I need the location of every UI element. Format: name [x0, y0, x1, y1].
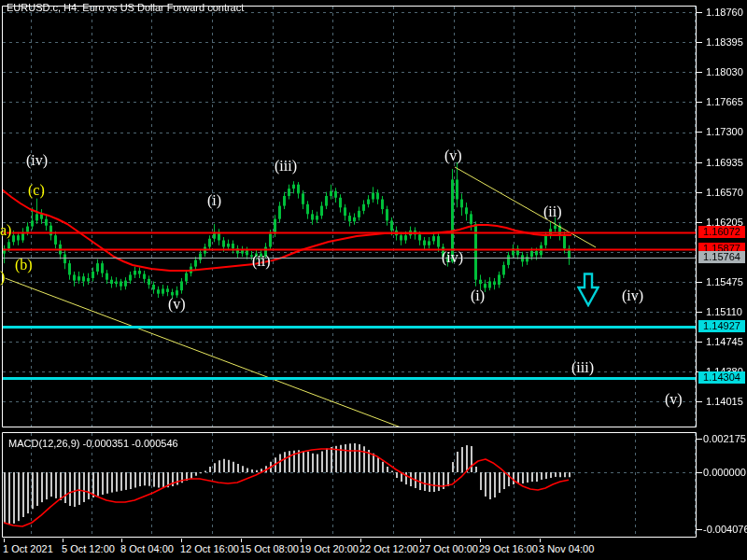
time-tick-label: 22 Oct 12:00: [359, 543, 418, 554]
time-tick-label: 3 Nov 04:00: [539, 543, 594, 554]
price-axis-tick: [697, 222, 702, 223]
price-axis-tick: [697, 132, 702, 133]
price-level-badge[interactable]: 1.14304: [698, 371, 745, 384]
time-axis-tick: [241, 539, 242, 542]
price-level-badge[interactable]: 1.14927: [698, 320, 745, 332]
wave-label[interactable]: (iv): [26, 153, 48, 168]
macd-axis-tick: [697, 439, 702, 440]
time-tick-label: 5 Oct 12:00: [62, 543, 115, 554]
time-axis-tick: [540, 539, 541, 542]
time-tick-label: 15 Oct 08:00: [240, 543, 299, 554]
price-axis-tick: [697, 312, 702, 313]
price-axis-tick: [697, 42, 702, 43]
time-axis-tick: [4, 539, 5, 542]
wave-label[interactable]: (iii): [571, 360, 594, 375]
price-tick-label: 1.15110: [706, 306, 742, 317]
time-axis-tick: [63, 539, 63, 542]
price-axis-tick: [697, 282, 702, 283]
macd-tick-label: -0.004076: [703, 524, 747, 535]
time-axis-tick: [420, 539, 421, 542]
chart-title: EURUSD.c, H4: Euro vs US Dollar Forward …: [7, 2, 244, 13]
price-axis-tick: [697, 102, 702, 103]
macd-axis-tick: [697, 529, 702, 530]
price-tick-label: 1.18760: [706, 7, 743, 18]
wave-label[interactable]: (v): [665, 392, 683, 407]
wave-label[interactable]: (b): [15, 258, 33, 273]
price-tick-label: 1.16570: [706, 187, 743, 198]
price-tick-label: 1.14745: [706, 336, 743, 347]
wave-label[interactable]: (iv): [442, 250, 463, 265]
time-axis-tick: [181, 539, 182, 542]
wave-label[interactable]: (i): [471, 288, 485, 303]
price-axis-tick: [697, 342, 702, 343]
time-axis-tick: [360, 539, 361, 542]
mt4-chart-window: EURUSD.c, H4: Euro vs US Dollar Forward …: [0, 0, 747, 560]
time-tick-label: 12 Oct 16:00: [180, 543, 239, 554]
wave-label[interactable]: (v): [444, 148, 462, 163]
wave-label[interactable]: (c): [28, 183, 45, 198]
time-tick-label: 27 Oct 00:00: [419, 543, 478, 554]
price-axis-tick: [697, 162, 702, 163]
wave-label[interactable]: (v): [168, 297, 186, 312]
time-tick-label: 29 Oct 16:00: [479, 543, 538, 554]
macd-tick-label: 0.000000: [703, 467, 746, 478]
time-axis-tick: [301, 539, 302, 542]
time-tick-label: 19 Oct 20:00: [300, 543, 359, 554]
price-level-badge[interactable]: 1.15764: [698, 251, 745, 263]
wave-label[interactable]: (i): [207, 193, 221, 208]
wave-label[interactable]: (ii): [252, 254, 271, 269]
wave-label[interactable]: (iii): [275, 159, 297, 174]
price-tick-label: 1.18395: [706, 36, 743, 48]
price-axis-tick: [697, 401, 702, 402]
macd-axis-tick: [697, 472, 702, 473]
wave-label[interactable]: (ii): [543, 204, 562, 219]
price-tick-label: 1.17665: [706, 96, 743, 107]
time-tick-label: 1 Oct 2021: [3, 543, 53, 554]
time-tick-label: 8 Oct 04:00: [120, 543, 174, 554]
price-axis-tick: [697, 12, 702, 13]
price-tick-label: 1.18030: [706, 66, 743, 77]
wave-label[interactable]: (iv): [622, 288, 643, 303]
macd-indicator-label: MACD(12,26,9) -0.000351 -0.000546: [8, 438, 178, 449]
macd-tick-label: 0.002175: [703, 433, 746, 444]
price-tick-label: 1.14015: [706, 396, 743, 407]
sell-signal-arrow-icon[interactable]: [577, 273, 599, 307]
price-tick-label: 1.16935: [706, 157, 743, 168]
price-level-badge[interactable]: 1.16072: [698, 226, 745, 238]
price-axis-tick: [697, 192, 702, 193]
price-tick-label: 1.15475: [706, 276, 743, 287]
wave-label[interactable]: a): [0, 223, 11, 238]
time-axis-tick: [480, 539, 481, 542]
price-axis-tick: [697, 72, 702, 73]
time-axis-tick: [121, 539, 122, 542]
price-tick-label: 1.17300: [706, 126, 743, 137]
wave-label[interactable]: ): [0, 270, 5, 285]
